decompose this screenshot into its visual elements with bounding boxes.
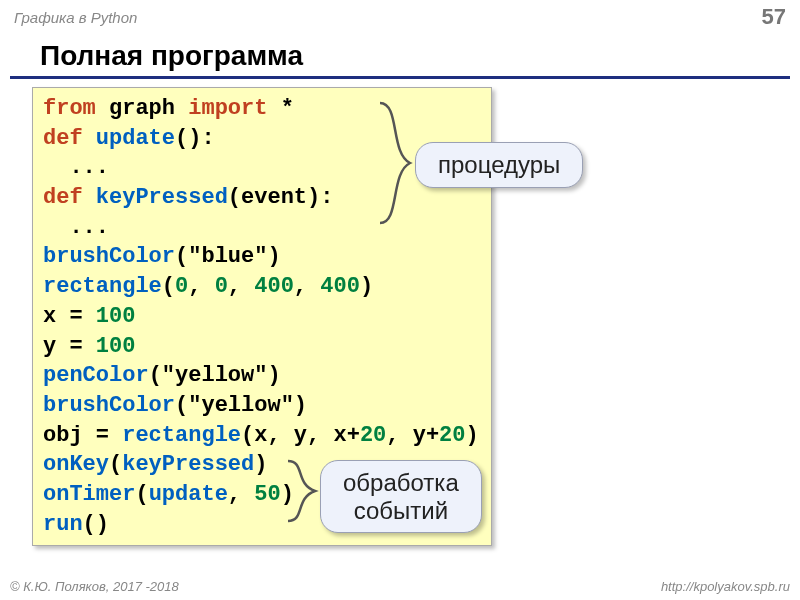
kw-import: import: [188, 96, 267, 121]
fn-brushcolor: brushColor: [43, 393, 175, 418]
ellipsis: ...: [43, 155, 109, 180]
copyright: © К.Ю. Поляков, 2017 -2018: [10, 579, 179, 594]
kw-from: from: [43, 96, 96, 121]
fn-rectangle: rectangle: [122, 423, 241, 448]
footer-url: http://kpolyakov.spb.ru: [661, 579, 790, 594]
fn-brushcolor: brushColor: [43, 244, 175, 269]
fn-rectangle: rectangle: [43, 274, 162, 299]
fn-pencolor: penColor: [43, 363, 149, 388]
callout-procedures: процедуры: [415, 142, 583, 188]
page-number: 57: [762, 4, 786, 30]
kw-def: def: [43, 126, 83, 151]
slide-header: Графика в Python 57: [0, 0, 800, 38]
slide-title: Полная программа: [10, 38, 790, 79]
fn-ontimer: onTimer: [43, 482, 135, 507]
callout-text: процедуры: [438, 151, 560, 178]
kw-def: def: [43, 185, 83, 210]
callout-events: обработка событий: [320, 460, 482, 533]
callout-text-line2: событий: [354, 497, 448, 524]
ellipsis: ...: [43, 215, 109, 240]
fn-keypressed: keyPressed: [96, 185, 228, 210]
slide-footer: © К.Ю. Поляков, 2017 -2018 http://kpolya…: [0, 579, 800, 596]
fn-update: update: [96, 126, 175, 151]
callout-text-line1: обработка: [343, 469, 459, 496]
fn-run: run: [43, 512, 83, 537]
fn-onkey: onKey: [43, 452, 109, 477]
subject-label: Графика в Python: [14, 9, 137, 26]
